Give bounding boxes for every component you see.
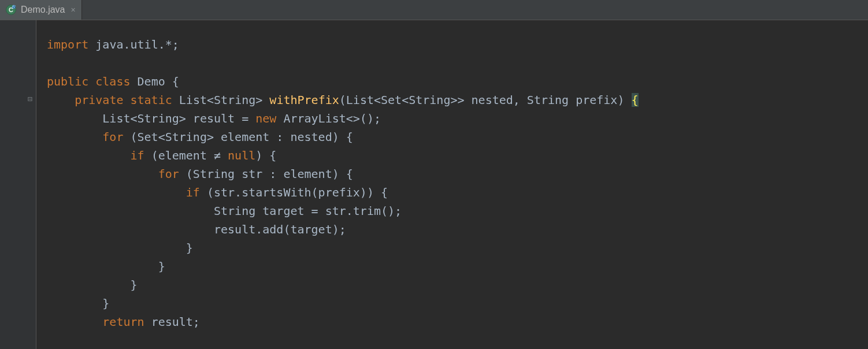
code-line[interactable]: if (element ≠ null) { [47,146,868,165]
code-line[interactable]: } [47,276,868,294]
code-line[interactable] [47,54,868,72]
code-line[interactable]: List<String> result = new ArrayList<>(); [47,109,868,128]
code-line[interactable]: } [47,257,868,276]
code-line[interactable]: for (String str : element) { [47,165,868,183]
code-line[interactable]: String target = str.trim(); [47,202,868,220]
code-token [47,167,158,181]
code-token [47,93,75,107]
code-token: ArrayList<>(); [283,112,381,125]
code-token: (Set<String> element : nested) { [131,130,353,144]
code-token: Demo [138,75,172,88]
code-token: null [228,148,255,162]
code-token [47,185,186,199]
code-token: } [47,278,138,292]
code-token: List<String> [179,93,270,107]
code-token: withPrefix [269,93,339,107]
code-editor[interactable]: ⊟ import java.util.*;public class Demo {… [0,20,868,349]
editor-tab-demo-java[interactable]: C Demo.java × [0,0,82,20]
editor-gutter[interactable]: ⊟ [0,20,36,349]
code-token: { [632,93,639,107]
code-token: { [172,75,179,88]
code-token: (String str : element) { [186,167,353,181]
code-token [47,315,102,329]
code-token: private static [75,93,179,107]
code-token: return [102,315,151,329]
code-token: new [255,112,283,125]
code-token: result; [151,315,200,329]
code-token: if [131,148,151,162]
editor-tab-label: Demo.java [21,5,65,15]
code-token: import [47,38,95,51]
code-line[interactable]: for (Set<String> element : nested) { [47,128,868,146]
code-token: } [47,296,109,310]
code-line[interactable]: private static List<String> withPrefix(L… [47,91,868,109]
code-area[interactable]: import java.util.*;public class Demo { p… [36,20,868,349]
code-token: } [47,259,165,273]
fold-toggle-icon[interactable]: ⊟ [28,90,32,108]
editor-tab-bar: C Demo.java × [0,0,868,20]
code-token: (str.startsWith(prefix)) { [207,185,388,199]
java-class-icon: C [6,5,16,15]
code-token: for [102,130,130,144]
code-token: result.add(target); [47,222,346,236]
code-token: for [158,167,186,181]
code-line[interactable]: return result; [47,313,868,331]
code-line[interactable]: result.add(target); [47,220,868,239]
code-token: java.util.*; [95,38,179,51]
close-icon[interactable]: × [69,5,76,14]
code-token: (element ≠ [151,148,228,162]
code-token: List<String> result = [47,112,255,125]
code-line[interactable]: public class Demo { [47,72,868,91]
code-token [47,130,102,144]
code-line[interactable]: } [47,239,868,257]
code-token: public class [47,75,138,88]
code-line[interactable]: if (str.startsWith(prefix)) { [47,183,868,202]
code-token: (List<Set<String>> nested, String prefix… [339,93,632,107]
code-token: String target = str.trim(); [47,204,402,218]
code-token [47,148,131,162]
code-line[interactable]: } [47,294,868,313]
code-token: ) { [255,148,276,162]
code-token: if [186,185,207,199]
code-line[interactable]: import java.util.*; [47,35,868,54]
code-token: } [47,241,193,255]
